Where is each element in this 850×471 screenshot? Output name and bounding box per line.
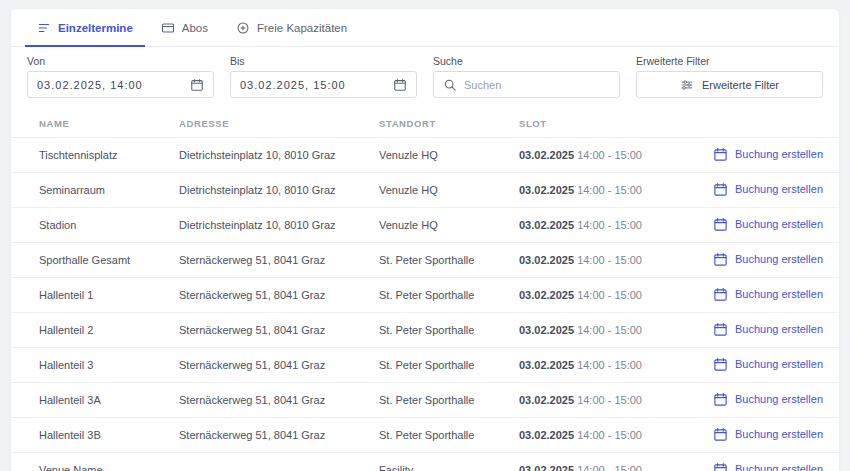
cell-slot: 03.02.2025 14:00 - 15:00 [511, 418, 696, 453]
cell-name: Hallenteil 3B [11, 418, 171, 453]
buchung-erstellen-link[interactable]: Buchung erstellen [713, 392, 823, 407]
cell-name: Hallenteil 3 [11, 348, 171, 383]
search-input[interactable] [464, 79, 610, 91]
tab-label: Einzeltermine [58, 22, 133, 34]
cell-action: Buchung erstellen [696, 348, 839, 383]
calendar-icon [713, 357, 728, 372]
cell-action: Buchung erstellen [696, 453, 839, 471]
cell-name: Tischtennisplatz [11, 138, 171, 173]
bis-filter: Bis 03.02.2025, 15:00 [230, 55, 417, 98]
buchung-erstellen-link[interactable]: Buchung erstellen [713, 462, 823, 471]
cell-slot: 03.02.2025 14:00 - 15:00 [511, 383, 696, 418]
table-row: Hallenteil 2 Sternäckerweg 51, 8041 Graz… [11, 313, 839, 348]
table-row: Venue Name - Facility 03.02.2025 14:00 -… [11, 453, 839, 471]
filter-bar: Von 03.02.2025, 14:00 Bis 03.02.2025, 15… [11, 47, 839, 110]
cell-standort: Facility [371, 453, 511, 471]
cell-name: Hallenteil 3A [11, 383, 171, 418]
cell-slot: 03.02.2025 14:00 - 15:00 [511, 138, 696, 173]
cell-adresse: Dietrichsteinplatz 10, 8010 Graz [171, 208, 371, 243]
cell-standort: Venuzle HQ [371, 173, 511, 208]
von-filter: Von 03.02.2025, 14:00 [27, 55, 214, 98]
circle-plus-icon [236, 21, 250, 35]
cell-standort: St. Peter Sporthalle [371, 278, 511, 313]
calendar-icon [190, 78, 204, 92]
buchung-erstellen-link[interactable]: Buchung erstellen [713, 427, 823, 442]
bis-label: Bis [230, 55, 417, 67]
cell-adresse: Sternäckerweg 51, 8041 Graz [171, 418, 371, 453]
cell-slot: 03.02.2025 14:00 - 15:00 [511, 278, 696, 313]
cell-action: Buchung erstellen [696, 313, 839, 348]
buchung-erstellen-link[interactable]: Buchung erstellen [713, 182, 823, 197]
table-row: Tischtennisplatz Dietrichsteinplatz 10, … [11, 138, 839, 173]
calendar-icon [713, 322, 728, 337]
tab-einzeltermine[interactable]: Einzeltermine [25, 9, 145, 47]
cell-adresse: Sternäckerweg 51, 8041 Graz [171, 383, 371, 418]
buchung-erstellen-link[interactable]: Buchung erstellen [713, 357, 823, 372]
bis-date-input[interactable]: 03.02.2025, 15:00 [230, 71, 417, 98]
table-row: Hallenteil 1 Sternäckerweg 51, 8041 Graz… [11, 278, 839, 313]
cell-slot: 03.02.2025 14:00 - 15:00 [511, 173, 696, 208]
cell-slot: 03.02.2025 14:00 - 15:00 [511, 453, 696, 471]
buchung-erstellen-link[interactable]: Buchung erstellen [713, 252, 823, 267]
cell-slot: 03.02.2025 14:00 - 15:00 [511, 208, 696, 243]
header-standort: STANDORT [371, 110, 511, 138]
cell-standort: St. Peter Sporthalle [371, 383, 511, 418]
cell-adresse: Sternäckerweg 51, 8041 Graz [171, 243, 371, 278]
cell-standort: St. Peter Sporthalle [371, 243, 511, 278]
header-slot: SLOT [511, 110, 696, 138]
cell-action: Buchung erstellen [696, 173, 839, 208]
von-date-input[interactable]: 03.02.2025, 14:00 [27, 71, 214, 98]
table-header-row: NAME ADRESSE STANDORT SLOT [11, 110, 839, 138]
erweiterte-filter-button[interactable]: Erweiterte Filter [636, 71, 823, 98]
cell-adresse: Sternäckerweg 51, 8041 Graz [171, 313, 371, 348]
cell-action: Buchung erstellen [696, 208, 839, 243]
cell-action: Buchung erstellen [696, 243, 839, 278]
calendar-icon [713, 147, 728, 162]
tab-freie-kapazitaeten[interactable]: Freie Kapazitäten [224, 9, 359, 47]
cell-standort: Venuzle HQ [371, 208, 511, 243]
suche-filter: Suche [433, 55, 620, 98]
buchung-erstellen-link[interactable]: Buchung erstellen [713, 147, 823, 162]
cell-action: Buchung erstellen [696, 418, 839, 453]
tab-label: Freie Kapazitäten [257, 22, 347, 34]
bookings-card: Einzeltermine Abos Freie Kapazitäten Von… [10, 8, 840, 471]
cell-name: Hallenteil 2 [11, 313, 171, 348]
von-label: Von [27, 55, 214, 67]
sliders-icon [680, 78, 694, 92]
cell-adresse: Sternäckerweg 51, 8041 Graz [171, 348, 371, 383]
header-name: NAME [11, 110, 171, 138]
cell-slot: 03.02.2025 14:00 - 15:00 [511, 348, 696, 383]
table-row: Hallenteil 3 Sternäckerweg 51, 8041 Graz… [11, 348, 839, 383]
table-row: Seminarraum Dietrichsteinplatz 10, 8010 … [11, 173, 839, 208]
cell-adresse: Dietrichsteinplatz 10, 8010 Graz [171, 138, 371, 173]
cell-adresse: Sternäckerweg 51, 8041 Graz [171, 278, 371, 313]
buchung-erstellen-link[interactable]: Buchung erstellen [713, 217, 823, 232]
page: Einzeltermine Abos Freie Kapazitäten Von… [0, 0, 850, 471]
tab-label: Abos [182, 22, 208, 34]
cell-name: Stadion [11, 208, 171, 243]
suche-label: Suche [433, 55, 620, 67]
tab-abos[interactable]: Abos [149, 9, 220, 47]
cell-action: Buchung erstellen [696, 383, 839, 418]
cell-slot: 03.02.2025 14:00 - 15:00 [511, 243, 696, 278]
calendar-icon [713, 392, 728, 407]
calendar-icon [713, 217, 728, 232]
cell-slot: 03.02.2025 14:00 - 15:00 [511, 313, 696, 348]
calendar-icon [713, 252, 728, 267]
card-icon [161, 21, 175, 35]
cell-name: Hallenteil 1 [11, 278, 171, 313]
bis-date-value: 03.02.2025, 15:00 [240, 79, 346, 91]
cell-standort: St. Peter Sporthalle [371, 348, 511, 383]
cell-standort: St. Peter Sporthalle [371, 313, 511, 348]
search-box [433, 71, 620, 98]
calendar-icon [713, 182, 728, 197]
cell-action: Buchung erstellen [696, 138, 839, 173]
cell-name: Venue Name [11, 453, 171, 471]
cell-name: Seminarraum [11, 173, 171, 208]
bookings-table: NAME ADRESSE STANDORT SLOT Tischtennispl… [11, 110, 839, 471]
cell-adresse: Dietrichsteinplatz 10, 8010 Graz [171, 173, 371, 208]
buchung-erstellen-link[interactable]: Buchung erstellen [713, 322, 823, 337]
list-icon [37, 21, 51, 35]
cell-action: Buchung erstellen [696, 278, 839, 313]
buchung-erstellen-link[interactable]: Buchung erstellen [713, 287, 823, 302]
